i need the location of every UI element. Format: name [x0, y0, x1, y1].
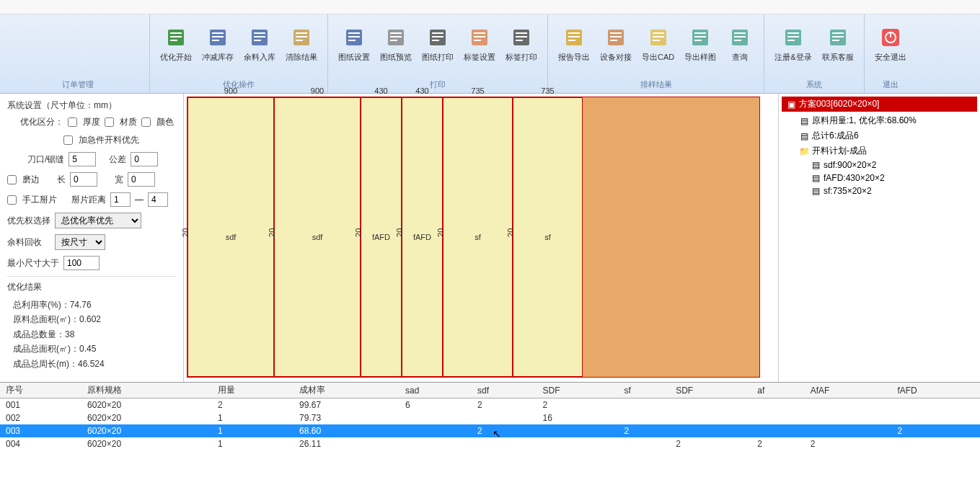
col-header[interactable]: sad	[399, 383, 472, 398]
list-check-icon	[206, 26, 229, 49]
svg-rect-26	[432, 36, 443, 37]
split-from-input[interactable]	[110, 192, 131, 207]
report-export-button[interactable]: 报告导出	[554, 23, 594, 66]
svg-rect-47	[653, 40, 660, 41]
layout-piece[interactable]: 90020sdf	[187, 97, 274, 377]
grind-checkbox[interactable]	[7, 175, 17, 184]
thickness-checkbox[interactable]	[68, 117, 77, 127]
blade-input[interactable]	[69, 152, 96, 166]
table-row[interactable]: 0026020×20179.7316	[0, 411, 980, 424]
manual-split-checkbox[interactable]	[7, 195, 17, 205]
drawing-preview-button[interactable]: 图纸预览	[376, 23, 416, 66]
svg-rect-21	[390, 32, 402, 34]
device-connect-button[interactable]: 设备对接	[596, 23, 636, 66]
svg-rect-13	[296, 32, 307, 34]
register-login-button[interactable]: 注册&登录	[770, 23, 816, 66]
clear-result-button[interactable]: 清除结果	[281, 23, 322, 66]
svg-rect-17	[348, 32, 360, 34]
tree-root[interactable]: ▣ 方案003[6020×20×0]	[782, 97, 977, 112]
svg-rect-55	[734, 40, 741, 41]
layout-piece[interactable]: 90020sdf	[274, 97, 361, 377]
layout-piece[interactable]: 43020fAFD	[402, 97, 443, 377]
split-to-input[interactable]	[148, 192, 168, 207]
layout-piece[interactable]: 43020fAFD	[361, 97, 402, 377]
tree-item[interactable]: ▤fAFD:430×20×2	[782, 172, 977, 184]
power-icon	[879, 26, 902, 49]
export-cad-button[interactable]: 导出CAD	[637, 23, 679, 66]
layout-piece[interactable]: 73520sf	[513, 97, 583, 377]
tree-item[interactable]: 📁开料计划-成品	[782, 143, 977, 159]
label-setting-button[interactable]: 标签设置	[459, 23, 500, 66]
col-header[interactable]: SDF	[537, 383, 618, 398]
svg-rect-37	[568, 32, 580, 34]
drawing-print-button[interactable]: 图纸打印	[418, 23, 458, 66]
tree-item[interactable]: ▤原料用量:1, 优化率:68.60%	[782, 113, 977, 128]
search-people-icon	[728, 26, 751, 49]
tolerance-label: 公差	[109, 153, 126, 166]
drawing-setting-button[interactable]: 图纸设置	[334, 23, 374, 66]
col-header[interactable]: 序号	[0, 383, 81, 398]
material-checkbox[interactable]	[105, 117, 114, 127]
clipboard-icon	[290, 26, 313, 49]
col-header[interactable]: sdf	[472, 383, 537, 398]
stock-reduce-button[interactable]: 冲减库存	[198, 23, 238, 66]
svg-rect-9	[254, 32, 265, 34]
contact-cs-button[interactable]: 联系客服	[818, 23, 858, 66]
priority-select[interactable]: 总优化率优先	[55, 213, 141, 228]
svg-rect-45	[653, 32, 664, 34]
svg-rect-18	[348, 36, 360, 37]
doc-icon: ▤	[811, 186, 821, 196]
offcut-select[interactable]: 按尺寸	[55, 234, 105, 250]
col-header[interactable]: 成材率	[293, 383, 399, 398]
square-icon	[647, 26, 670, 49]
table-row[interactable]: 0016020×20299.67622	[0, 398, 980, 412]
export-sample-button[interactable]: 导出样图	[680, 23, 720, 66]
result-product-count: 成品总数量：38	[13, 327, 176, 342]
printer2-icon	[510, 26, 533, 49]
svg-rect-31	[474, 40, 481, 41]
layout-canvas: 90020sdf90020sdf43020fAFD43020fAFD73520s…	[184, 94, 778, 382]
svg-rect-11	[254, 40, 261, 41]
table-row[interactable]: 0046020×20126.11222	[0, 437, 980, 450]
col-header[interactable]: 原料规格	[81, 383, 212, 398]
svg-rect-22	[390, 36, 402, 37]
tolerance-input[interactable]	[131, 152, 158, 166]
tree-item[interactable]: ▤sdf:900×20×2	[782, 159, 977, 172]
optimize-label: 优化区分：	[20, 116, 63, 128]
material-layout: 90020sdf90020sdf43020fAFD43020fAFD73520s…	[187, 97, 760, 378]
col-header[interactable]: sf	[619, 383, 671, 398]
label-icon	[468, 26, 491, 49]
minsize-input[interactable]	[63, 256, 100, 270]
safe-exit-button[interactable]: 安全退出	[870, 23, 911, 66]
col-header[interactable]: SDF	[670, 383, 751, 398]
optimize-start-button[interactable]: 优化开始	[156, 23, 196, 66]
priority-label: 优先权选择	[7, 215, 50, 227]
svg-rect-38	[568, 36, 580, 37]
printer-icon	[426, 26, 449, 49]
tree-item[interactable]: ▤sf:735×20×2	[782, 184, 977, 197]
urgent-checkbox[interactable]	[63, 135, 73, 145]
play-icon	[164, 26, 187, 49]
width-label: 宽	[115, 174, 123, 186]
layout-piece[interactable]: 73520sf	[443, 97, 513, 377]
doc-icon: ▤	[811, 160, 821, 170]
folder-icon	[562, 26, 586, 49]
col-header[interactable]: AfAF	[805, 383, 892, 398]
table-row[interactable]: 0036020×20168.60222	[0, 424, 980, 437]
query-button[interactable]: 查询	[722, 23, 758, 66]
length-input[interactable]	[70, 172, 97, 187]
width-input[interactable]	[128, 172, 155, 187]
offcut-in-button[interactable]: 余料入库	[239, 23, 280, 66]
zoom-icon	[384, 26, 407, 49]
pencil-icon	[604, 26, 627, 49]
length-label: 长	[57, 174, 66, 186]
label-print-button[interactable]: 标签打印	[501, 23, 542, 66]
svg-rect-39	[568, 40, 575, 41]
color-checkbox[interactable]	[141, 117, 151, 127]
col-header[interactable]: af	[751, 383, 805, 398]
col-header[interactable]: 用量	[212, 383, 293, 398]
svg-rect-23	[390, 40, 397, 41]
col-header[interactable]: fAFD	[891, 383, 980, 398]
svg-rect-15	[296, 40, 303, 41]
tree-item[interactable]: ▤总计6:成品6	[782, 128, 977, 143]
